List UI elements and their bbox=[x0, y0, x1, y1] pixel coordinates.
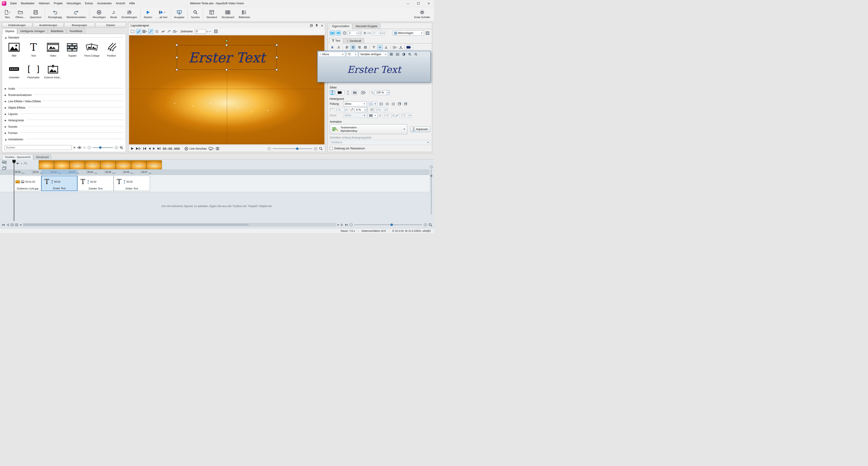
spinner-arrows-icon[interactable]: ▲▼ bbox=[382, 31, 385, 35]
magnifier-plus-icon[interactable] bbox=[120, 146, 123, 150]
menu-hilfe[interactable]: Hilfe bbox=[127, 0, 137, 7]
overview-thumbnail-strip[interactable]: Erster Text Erster Text Zweiter Text Zwe… bbox=[39, 160, 162, 169]
font-size-dropdown[interactable]: 72 ▼ bbox=[346, 52, 358, 57]
pin-icon[interactable] bbox=[315, 24, 318, 27]
preview-visibility-toggle[interactable] bbox=[336, 31, 341, 35]
shape-card-button[interactable] bbox=[397, 101, 402, 106]
menu-datei[interactable]: Datei bbox=[8, 0, 19, 7]
raster-button[interactable] bbox=[154, 29, 160, 34]
volume-curve-icon[interactable] bbox=[23, 162, 27, 165]
section-objekt-effekte[interactable]: ▶Objekt-Effekte bbox=[4, 105, 123, 110]
rotation-handle[interactable] bbox=[225, 40, 228, 42]
border-width-spinner[interactable]: 1 %▲▼ bbox=[382, 113, 395, 118]
minimize-button[interactable]: ─ bbox=[403, 0, 413, 7]
minivorlagen-dropdown[interactable]: Minivorlagen ▼ bbox=[393, 31, 424, 35]
scrollbar-thumb[interactable] bbox=[24, 224, 249, 226]
spinner-arrows-icon[interactable]: ▲▼ bbox=[392, 114, 394, 118]
zoom-out-icon[interactable]: − bbox=[268, 147, 271, 150]
text-edit-area[interactable]: Erster Text bbox=[318, 58, 430, 82]
toolbox-item-bild[interactable]: Bild bbox=[4, 40, 24, 62]
fill-color-dropdown[interactable]: ▾ bbox=[336, 90, 344, 95]
section-hintergruende[interactable]: ▶Hintergründe bbox=[4, 118, 123, 123]
text-style-dropdown[interactable]: ▾ bbox=[359, 90, 368, 95]
keyframe-curve-button[interactable] bbox=[160, 29, 166, 34]
vertical-zoom-track[interactable] bbox=[431, 169, 432, 215]
go-to-start-icon[interactable] bbox=[2, 224, 5, 226]
live-preview-toggle[interactable]: Live-Vorschau bbox=[185, 147, 207, 151]
menu-bearbeiten[interactable]: Bearbeiten bbox=[19, 0, 36, 7]
magnifier-icon[interactable] bbox=[429, 223, 432, 226]
valign-middle-button[interactable] bbox=[377, 45, 382, 50]
time-ruler[interactable]: 00:00500 00:01500 00:02500 00:03500 00:0… bbox=[0, 170, 430, 175]
textblock-dropdown[interactable]: Textblock▼ bbox=[330, 140, 430, 145]
fill-type-dropdown[interactable]: Ohne▼ bbox=[343, 101, 367, 106]
list-button[interactable]: ▾ bbox=[392, 45, 397, 50]
step-back-button[interactable] bbox=[148, 147, 151, 150]
bg-color-dropdown[interactable]: ▼ bbox=[368, 101, 378, 106]
clip-zweiter-text[interactable]: T T 00:02 Zweiter Text bbox=[78, 176, 114, 191]
toolbar-start-button[interactable]: Starten bbox=[142, 8, 154, 20]
spinner-arrows-icon[interactable]: ▲▼ bbox=[358, 31, 361, 35]
italic-button[interactable]: A bbox=[336, 45, 341, 50]
skip-to-end-button[interactable] bbox=[157, 147, 160, 150]
text-fill-color-button[interactable]: T bbox=[330, 90, 335, 95]
insert-variable-dropdown[interactable]: Variable einfügen ▼ bbox=[359, 52, 388, 57]
skip-to-start-button[interactable] bbox=[143, 147, 146, 150]
bold-button[interactable]: A bbox=[330, 45, 335, 50]
go-to-end-icon[interactable] bbox=[345, 224, 348, 226]
menu-assistenten[interactable]: Assistenten bbox=[95, 0, 114, 7]
save-timemark-button[interactable] bbox=[213, 29, 219, 34]
play-button[interactable] bbox=[131, 147, 134, 150]
tab-eigenschaften[interactable]: Eigenschaften bbox=[329, 24, 352, 29]
toolbox-item-untertitel[interactable]: Untertitel bbox=[4, 62, 24, 84]
tab-timeline-spuransicht[interactable]: Timeline - Spuransicht bbox=[2, 155, 33, 159]
toolbar-new-button[interactable]: ▾ Neu bbox=[2, 8, 13, 20]
clip-goldenes-licht[interactable]: 00:01.50 Goldenes Licht.jpg bbox=[14, 176, 41, 191]
slider-knob[interactable] bbox=[296, 147, 299, 150]
tab-objekte[interactable]: Objekte bbox=[2, 29, 17, 34]
toolbox-item-video[interactable]: Video bbox=[43, 40, 63, 62]
snap-toggle-button[interactable] bbox=[136, 29, 141, 34]
resize-handle-w[interactable] bbox=[176, 56, 178, 59]
curve-mode-button[interactable] bbox=[148, 29, 154, 34]
toolbar-music-button[interactable]: ♫ Musik bbox=[108, 8, 119, 20]
spinner-arrows-icon[interactable]: ▲▼ bbox=[209, 31, 211, 32]
font-color-dropdown[interactable]: ▾ bbox=[405, 45, 413, 50]
menu-extras[interactable]: Extras bbox=[83, 0, 95, 7]
offset-spinner[interactable]: 0 s ▲▼ bbox=[372, 31, 385, 35]
magnifier-icon[interactable] bbox=[319, 147, 323, 151]
link-duration-toggle[interactable] bbox=[330, 31, 335, 35]
border-soft-spinner[interactable]: 1 %▲▼ bbox=[399, 113, 411, 118]
object-list-button[interactable]: ▾ bbox=[173, 29, 178, 34]
speaker-icon[interactable] bbox=[16, 162, 20, 165]
tab-ausblendungen[interactable]: Ausblendungen bbox=[33, 23, 64, 28]
swap-arrows-icon[interactable] bbox=[363, 32, 367, 34]
char-grid-button[interactable] bbox=[389, 52, 394, 57]
text-selection-box[interactable]: Erster Text bbox=[177, 45, 276, 69]
shape-ellipse-button[interactable] bbox=[385, 101, 390, 106]
toolbar-settings-button[interactable]: Einstellungen bbox=[119, 8, 140, 20]
playhead-grip[interactable] bbox=[12, 160, 16, 164]
zoom-out-icon[interactable]: − bbox=[88, 146, 91, 149]
shape-rounded-button[interactable] bbox=[391, 101, 396, 106]
tab-storyboard[interactable]: Storyboard bbox=[33, 155, 51, 159]
margin-spinner[interactable]: 4 %▲▼ bbox=[354, 107, 368, 112]
section-formen[interactable]: ▶Formen bbox=[4, 131, 123, 135]
toolbar-output-button[interactable]: Ausgabe bbox=[172, 8, 187, 20]
toolbar-layout-standard-button[interactable]: Standard bbox=[204, 8, 219, 20]
preview-monitor-button[interactable]: ▾ bbox=[209, 147, 214, 150]
toolbox-item-flexi-collage[interactable]: Flexi-Collage bbox=[82, 40, 102, 62]
track-media-icon[interactable] bbox=[2, 161, 6, 164]
eye-icon[interactable] bbox=[78, 146, 82, 149]
resize-handle-se[interactable] bbox=[276, 69, 278, 71]
toolbar-play-from-here-button[interactable]: ▾ ... ab hier bbox=[154, 8, 170, 20]
toolbar-save-button[interactable]: Speichern bbox=[28, 8, 44, 20]
spinner-arrows-icon[interactable]: ▲▼ bbox=[365, 107, 367, 112]
toolbox-item-platzhalter[interactable]: [ ] Platzhalter bbox=[24, 62, 43, 84]
tab-einblendungen[interactable]: Einblendungen bbox=[2, 23, 32, 28]
tab-deckkraft[interactable]: A Deckkraft bbox=[344, 38, 364, 43]
menu-aktionen[interactable]: Aktionen bbox=[37, 0, 52, 7]
tab-manuelle-eingabe[interactable]: Manuelle Eingabe bbox=[353, 24, 380, 29]
toolbox-item-externe-inhalte[interactable]: Externe Inhal... bbox=[43, 62, 63, 84]
transform-tool-button[interactable] bbox=[130, 29, 135, 34]
